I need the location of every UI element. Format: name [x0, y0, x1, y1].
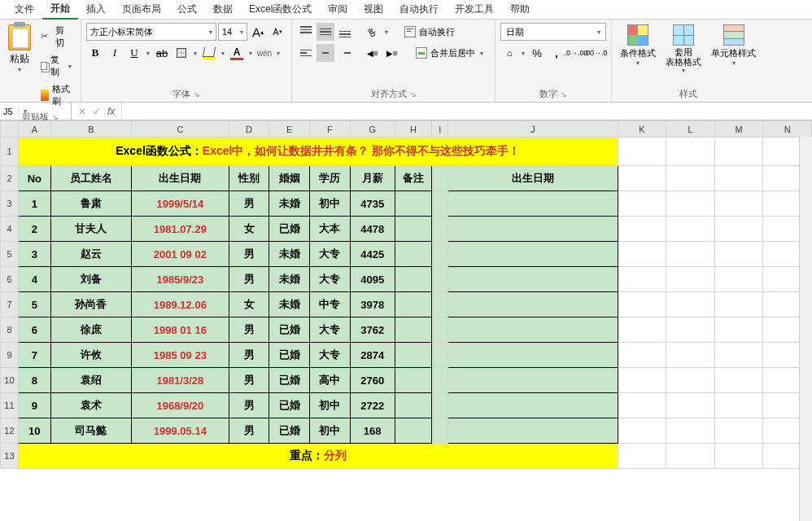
data-cell[interactable]: 徐庶 — [50, 317, 131, 343]
comma-button[interactable]: , — [548, 44, 565, 62]
cell[interactable] — [666, 267, 715, 292]
cell[interactable] — [714, 418, 763, 444]
data-cell[interactable]: 1999/5/14 — [132, 191, 229, 217]
cell[interactable] — [714, 292, 763, 317]
cell[interactable] — [618, 418, 666, 444]
column-header[interactable]: M — [714, 121, 763, 138]
data-cell[interactable]: 4095 — [350, 267, 395, 292]
font-name-select[interactable]: 方正小标宋简体▾ — [86, 23, 216, 41]
column-header[interactable]: N — [763, 121, 812, 138]
data-cell[interactable] — [448, 191, 618, 217]
cell[interactable] — [618, 166, 666, 191]
menu-item-4[interactable]: 公式 — [169, 0, 205, 19]
menu-item-1[interactable]: 开始 — [42, 0, 78, 20]
row-header[interactable]: 1 — [1, 138, 19, 166]
footer-cell[interactable]: 重点：分列 — [18, 444, 618, 469]
align-launcher-icon[interactable]: ↘ — [410, 90, 417, 99]
data-cell[interactable] — [448, 242, 618, 267]
table-header-cell[interactable]: 性别 — [229, 166, 269, 191]
menu-item-6[interactable]: Excel函数公式 — [241, 0, 320, 19]
data-cell[interactable] — [448, 393, 618, 418]
menu-item-3[interactable]: 页面布局 — [114, 0, 169, 19]
merge-dropdown-icon[interactable]: ▾ — [478, 50, 485, 57]
phonetic-dropdown-icon[interactable]: ▾ — [275, 50, 282, 57]
column-header[interactable]: J — [448, 121, 618, 138]
cell[interactable] — [666, 217, 715, 242]
wrap-text-button[interactable]: 自动换行 — [399, 24, 460, 40]
font-size-select[interactable]: 14▾ — [218, 23, 247, 41]
side-header-cell[interactable]: 出生日期 — [448, 166, 618, 191]
data-cell[interactable] — [448, 317, 618, 343]
column-header[interactable]: F — [310, 121, 351, 138]
cell[interactable] — [714, 393, 763, 418]
data-cell[interactable] — [395, 217, 432, 242]
data-cell[interactable] — [448, 292, 618, 317]
data-cell[interactable]: 袁术 — [50, 393, 131, 418]
cell[interactable] — [432, 242, 448, 267]
data-cell[interactable]: 男 — [229, 191, 269, 217]
data-cell[interactable]: 未婚 — [269, 242, 310, 267]
cell[interactable] — [666, 292, 715, 317]
data-cell[interactable]: 男 — [229, 343, 269, 368]
menu-item-7[interactable]: 审阅 — [320, 0, 356, 19]
data-cell[interactable] — [395, 267, 432, 292]
cell[interactable] — [666, 444, 715, 469]
data-cell[interactable]: 鲁肃 — [50, 191, 131, 217]
cell[interactable] — [714, 166, 763, 191]
table-header-cell[interactable]: 学历 — [310, 166, 351, 191]
menu-item-11[interactable]: 帮助 — [502, 0, 538, 19]
copy-button[interactable]: 复制▾ — [37, 52, 76, 80]
cell[interactable] — [432, 393, 448, 418]
cell[interactable] — [666, 138, 715, 166]
data-cell[interactable]: 大专 — [310, 317, 351, 343]
align-bottom-button[interactable] — [336, 23, 354, 41]
align-left-button[interactable] — [297, 44, 315, 62]
table-header-cell[interactable]: 月薪 — [350, 166, 395, 191]
cancel-icon[interactable]: ✕ — [78, 106, 86, 117]
cell[interactable] — [618, 393, 666, 418]
cell[interactable] — [666, 317, 715, 343]
cell[interactable] — [432, 418, 448, 444]
decrease-decimal-button[interactable]: .00→.0 — [587, 44, 605, 62]
data-cell[interactable]: 初中 — [310, 393, 351, 418]
data-cell[interactable]: 2 — [18, 217, 50, 242]
data-cell[interactable] — [448, 418, 618, 444]
formula-input[interactable] — [122, 103, 812, 120]
accounting-format-button[interactable]: ⌂ — [500, 44, 518, 62]
data-cell[interactable]: 5 — [18, 292, 50, 317]
font-launcher-icon[interactable]: ↘ — [194, 90, 200, 99]
menu-item-8[interactable]: 视图 — [356, 0, 391, 19]
row-header[interactable]: 11 — [1, 393, 19, 418]
italic-button[interactable]: I — [106, 44, 124, 62]
number-launcher-icon[interactable]: ↘ — [561, 90, 567, 99]
data-cell[interactable]: 1999.05.14 — [132, 418, 229, 444]
cell[interactable] — [432, 217, 448, 242]
data-cell[interactable]: 1981.07.29 — [132, 217, 229, 242]
row-header[interactable]: 7 — [1, 292, 19, 317]
data-cell[interactable]: 已婚 — [269, 217, 310, 242]
row-header[interactable]: 3 — [1, 191, 19, 217]
cell[interactable] — [714, 138, 763, 166]
data-cell[interactable]: 9 — [18, 393, 50, 418]
confirm-icon[interactable]: ✓ — [93, 106, 101, 117]
cell[interactable] — [432, 343, 448, 368]
cell[interactable] — [618, 242, 666, 267]
select-all-corner[interactable] — [1, 121, 19, 138]
menu-item-2[interactable]: 插入 — [78, 0, 114, 19]
border-dropdown-icon[interactable]: ▾ — [192, 50, 199, 57]
data-cell[interactable] — [395, 368, 432, 393]
data-cell[interactable] — [448, 343, 618, 368]
column-header[interactable]: B — [50, 121, 131, 138]
data-cell[interactable] — [395, 191, 432, 217]
cell[interactable] — [432, 368, 448, 393]
row-header[interactable]: 5 — [1, 242, 19, 267]
cell[interactable] — [618, 292, 666, 317]
data-cell[interactable]: 已婚 — [269, 418, 310, 444]
cell[interactable] — [618, 217, 666, 242]
align-middle-button[interactable] — [317, 23, 334, 41]
number-format-select[interactable]: 日期▾ — [500, 23, 606, 41]
cell[interactable] — [618, 368, 666, 393]
row-header[interactable]: 13 — [1, 444, 19, 469]
data-cell[interactable]: 男 — [229, 242, 269, 267]
table-format-button[interactable]: 套用 表格格式▾ — [662, 23, 705, 86]
